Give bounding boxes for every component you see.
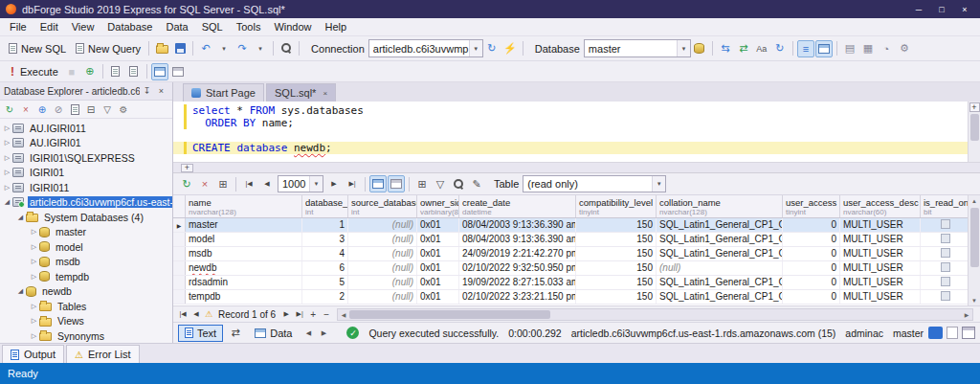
row-header[interactable]: ▶ <box>173 218 186 232</box>
cell-create_date[interactable]: 08/04/2003 9:13:36.390 am <box>459 233 576 246</box>
data-view-button[interactable]: Data <box>248 325 299 342</box>
cell-is_read_only[interactable] <box>921 276 968 289</box>
prev-view-icon[interactable]: ◀ <box>302 329 314 337</box>
cell-database_id[interactable]: 2 <box>302 290 348 304</box>
column-header-owner_sid[interactable]: owner_sidvarbinary(85) <box>417 195 459 217</box>
cell-user_access_desc[interactable]: MULTI_USER <box>840 247 921 260</box>
expand-icon[interactable]: ▷ <box>2 124 12 132</box>
cell-name[interactable]: model <box>186 233 302 246</box>
expand-icon[interactable]: ▷ <box>2 139 12 147</box>
last-record-icon[interactable]: ▶| <box>293 310 306 318</box>
expand-icon[interactable]: ▷ <box>29 243 39 251</box>
code-line-4[interactable]: CREATE database newdb; <box>173 142 968 154</box>
tree-item-igiri01-sqlexpress[interactable]: ▷IGIRI01\SQLEXPRESS <box>0 150 172 166</box>
cell-owner_sid[interactable]: 0x01 <box>417 261 459 275</box>
minimize-button[interactable]: ─ <box>907 1 930 17</box>
scrollbar-thumb[interactable] <box>970 114 979 141</box>
expand-icon[interactable]: ▷ <box>29 273 39 281</box>
tree-item-views[interactable]: ▷Views <box>0 314 172 329</box>
menu-tools[interactable]: Tools <box>230 18 268 36</box>
menu-file[interactable]: File <box>3 18 33 36</box>
cell-database_id[interactable]: 5 <box>302 276 348 289</box>
prev-page-icon[interactable]: ◀ <box>258 175 276 192</box>
redo-list-icon[interactable]: ▾ <box>252 40 269 57</box>
checkbox-unchecked[interactable] <box>941 234 950 243</box>
results-grid-icon[interactable] <box>151 63 168 80</box>
menu-view[interactable]: View <box>65 18 101 36</box>
sql-formatter-icon[interactable]: ≡ <box>797 40 814 57</box>
results-text-icon[interactable] <box>169 63 187 80</box>
last-page-icon[interactable]: ▶| <box>344 175 361 192</box>
tree-item-master[interactable]: ▷master <box>0 225 172 240</box>
tab-sql[interactable]: SQL.sql* × <box>266 83 336 102</box>
tree-item-tempdb[interactable]: ▷tempdb <box>0 269 172 284</box>
cell-user_access_desc[interactable]: MULTI_USER <box>840 233 921 246</box>
schema-compare-icon[interactable]: ⇆ <box>717 40 734 57</box>
checkbox-unchecked[interactable] <box>941 248 950 258</box>
cell-source_database_id[interactable]: (null) <box>348 276 417 289</box>
menu-help[interactable]: Help <box>319 18 354 36</box>
tree-item-au-igiri011[interactable]: ▷AU.IGIRI011 <box>0 121 172 136</box>
cell-create_date[interactable]: 02/10/2022 3:23:21.150 pm <box>459 290 576 304</box>
disconnect-icon[interactable]: ⊘ <box>51 102 66 117</box>
row-header[interactable] <box>173 247 186 260</box>
tree-item-igiri01[interactable]: ▷IGIRI01 <box>0 166 172 181</box>
pivot-icon[interactable]: ⊞ <box>413 175 431 192</box>
delete-record-icon[interactable]: − <box>320 309 333 320</box>
grid-scrollbar[interactable]: ▲ ▼ <box>968 195 980 305</box>
menu-data[interactable]: Data <box>159 18 194 36</box>
new-connection-icon[interactable]: ⊕ <box>34 102 50 117</box>
dropdown-arrow-icon[interactable]: ▼ <box>652 176 665 192</box>
cell-create_date[interactable]: 02/10/2022 9:32:50.950 pm <box>459 261 576 275</box>
snippets-icon[interactable]: ▤ <box>841 40 858 57</box>
tree-item-articledb-c6i3uvwmp6cf-us-east[interactable]: ◢articledb.c6i3uvwmp6cf.us-east-... <box>0 195 172 211</box>
cell-collation_name[interactable]: SQL_Latin1_General_CP1_CI_AS <box>657 290 783 304</box>
scrollbar-thumb[interactable] <box>970 208 979 267</box>
tree-item-igiri011[interactable]: ▷IGIRI011 <box>0 180 172 195</box>
tab-error-list[interactable]: ⚠ Error List <box>66 345 140 363</box>
cell-user_access[interactable]: 0 <box>783 290 840 304</box>
cell-collation_name[interactable]: SQL_Latin1_General_CP1_CI_AS <box>657 247 783 260</box>
cell-is_read_only[interactable] <box>921 218 968 232</box>
text-page-icon[interactable] <box>947 327 958 339</box>
first-record-icon[interactable]: |◀ <box>176 310 189 318</box>
menu-database[interactable]: Database <box>100 18 159 36</box>
cell-owner_sid[interactable]: 0x01 <box>417 218 459 232</box>
expand-icon[interactable]: ▷ <box>2 154 12 162</box>
cell-compatibility_level[interactable]: 150 <box>576 276 657 289</box>
stop-icon[interactable]: × <box>18 102 33 117</box>
dropdown-arrow-icon[interactable]: ▼ <box>309 176 323 192</box>
checkbox-unchecked[interactable] <box>941 291 950 301</box>
close-button[interactable]: × <box>953 1 976 17</box>
expand-icon[interactable]: ▷ <box>29 303 39 310</box>
collapse-icon[interactable]: ◢ <box>2 198 12 206</box>
menu-sql[interactable]: SQL <box>195 18 230 36</box>
grid-row-tempdb[interactable]: tempdb2(null)0x0102/10/2022 3:23:21.150 … <box>173 290 968 305</box>
attach-icon[interactable]: ⊕ <box>81 63 99 80</box>
horizontal-scrollbar[interactable]: ◀ ▶ <box>337 308 973 321</box>
menu-edit[interactable]: Edit <box>33 18 65 36</box>
cell-name[interactable]: master <box>186 218 302 232</box>
dropdown-arrow-icon[interactable]: ▼ <box>677 40 690 56</box>
history-icon[interactable]: ◔ <box>878 40 895 57</box>
cell-user_access_desc[interactable]: MULTI_USER <box>840 218 921 232</box>
card-view-icon[interactable] <box>388 175 405 192</box>
cell-database_id[interactable]: 3 <box>302 233 348 246</box>
grid-view-icon[interactable] <box>369 175 387 192</box>
cell-user_access[interactable]: 0 <box>783 247 840 260</box>
grid-row-master[interactable]: ▶master1(null)0x0108/04/2003 9:13:36.390… <box>173 218 968 233</box>
next-page-icon[interactable]: ▶ <box>325 175 343 192</box>
collapse-icon[interactable]: ◢ <box>15 287 26 295</box>
open-file-icon[interactable] <box>153 40 170 57</box>
filter-icon[interactable]: ▽ <box>100 102 115 117</box>
fit-columns-icon[interactable]: ⊞ <box>214 175 232 192</box>
cell-database_id[interactable]: 4 <box>302 247 348 260</box>
cell-collation_name[interactable]: SQL_Latin1_General_CP1_CI_AS <box>657 233 783 246</box>
cell-source_database_id[interactable]: (null) <box>348 290 417 304</box>
tree-item-model[interactable]: ▷model <box>0 239 172 255</box>
close-panel-icon[interactable]: × <box>154 86 168 96</box>
cell-user_access[interactable]: 0 <box>783 261 840 275</box>
scroll-up-icon[interactable]: ▲ <box>971 195 977 206</box>
append-record-icon[interactable]: + <box>306 309 320 320</box>
grid-row-msdb[interactable]: msdb4(null)0x0124/09/2019 2:21:42.270 pm… <box>173 247 968 261</box>
